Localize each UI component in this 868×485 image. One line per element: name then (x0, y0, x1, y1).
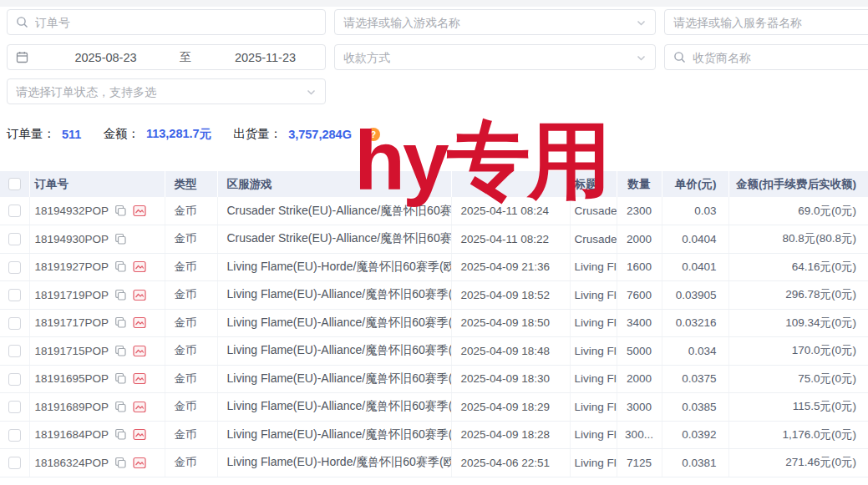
row-checkbox[interactable] (8, 429, 21, 442)
order-time: 2025-04-09 21:36 (451, 253, 570, 281)
payment-method-input[interactable] (343, 51, 647, 64)
date-end-input[interactable] (195, 51, 336, 64)
receiver-merchant-input[interactable] (693, 51, 868, 64)
row-checkbox[interactable] (8, 401, 21, 413)
header-amount: 金额(扣手续费后实收额) (728, 171, 868, 197)
copy-icon[interactable] (114, 316, 127, 329)
amount-value: 113,281.7元 (146, 126, 211, 142)
order-amount: 170.0元(0元) (728, 337, 868, 366)
order-unit-price: 0.0375 (662, 365, 728, 393)
order-type: 金币 (165, 253, 217, 281)
order-number: 18191717POP (35, 316, 109, 329)
orders-count-label: 订单量： (7, 126, 55, 142)
order-game: Living Flame(EU)-Alliance/魔兽怀旧60赛季( (217, 421, 451, 449)
order-number: 18191719POP (35, 289, 109, 301)
copy-icon[interactable] (114, 205, 127, 217)
order-amount: 64.16元(0元) (728, 253, 868, 281)
order-number: 18186324POP (35, 457, 109, 469)
game-name-select[interactable] (334, 9, 656, 35)
order-title: Living Fl (570, 309, 617, 337)
order-time: 2025-04-11 08:22 (451, 225, 570, 254)
row-checkbox[interactable] (8, 373, 21, 386)
header-title: 标题 (570, 171, 617, 197)
server-name-input[interactable] (673, 16, 868, 29)
game-name-input[interactable] (343, 16, 647, 29)
order-number-input[interactable] (35, 16, 317, 29)
copy-icon[interactable] (114, 345, 127, 357)
order-title: Living Fl (570, 421, 617, 449)
header-time (451, 171, 570, 197)
copy-icon[interactable] (114, 401, 127, 413)
table-row: 18191719POP 金币 Living Flame(EU)-Alliance… (0, 281, 868, 310)
amount-label: 金额： (103, 126, 140, 142)
image-icon[interactable] (133, 205, 146, 217)
order-type: 金币 (165, 365, 217, 393)
table-row: 18191684POP 金币 Living Flame(EU)-Alliance… (0, 421, 868, 449)
order-type: 金币 (165, 281, 217, 310)
date-range-picker[interactable]: 至 (7, 44, 326, 70)
image-icon[interactable] (133, 345, 146, 357)
order-unit-price: 0.03 (662, 197, 728, 225)
image-icon[interactable] (133, 401, 146, 413)
order-time: 2025-04-09 18:30 (451, 365, 570, 393)
order-number: 18194932POP (35, 205, 109, 217)
table-header-row: 订单号 类型 区服游戏 标题 数量 单价(元) 金额(扣手续费后实收额) (0, 171, 868, 197)
order-number: 18191684POP (35, 428, 109, 441)
copy-icon[interactable] (114, 457, 127, 469)
order-game: Living Flame(EU)-Alliance/魔兽怀旧60赛季( (217, 393, 451, 422)
order-type: 金币 (165, 393, 217, 422)
order-game: Crusader Strike(EU)-Alliance/魔兽怀旧60赛 (217, 225, 451, 254)
order-type: 金币 (165, 309, 217, 337)
row-checkbox[interactable] (8, 289, 21, 301)
row-checkbox[interactable] (8, 317, 21, 330)
copy-icon[interactable] (114, 233, 127, 245)
copy-icon[interactable] (114, 428, 127, 441)
order-title: Crusade (570, 197, 617, 225)
order-quantity: 2000 (617, 365, 662, 393)
image-icon[interactable] (133, 428, 146, 441)
table-row: 18191695POP 金币 Living Flame(EU)-Alliance… (0, 365, 868, 393)
order-unit-price: 0.03216 (662, 309, 728, 337)
chevron-down-icon (636, 18, 647, 31)
image-icon[interactable] (133, 316, 146, 329)
order-time: 2025-04-09 18:29 (451, 393, 570, 422)
order-status-select[interactable] (7, 78, 326, 104)
date-start-input[interactable] (35, 51, 176, 64)
order-quantity: 7125 (617, 449, 662, 477)
order-game: Living Flame(EU)-Alliance/魔兽怀旧60赛季( (217, 337, 451, 366)
date-separator: 至 (176, 50, 195, 65)
order-game: Living Flame(EU)-Horde/魔兽怀旧60赛季(欧 (217, 449, 451, 477)
select-all-checkbox[interactable] (8, 178, 21, 190)
order-number: 18194930POP (35, 233, 109, 245)
order-title: Living Fl (570, 449, 617, 477)
row-checkbox[interactable] (8, 261, 21, 274)
payment-method-select[interactable] (334, 44, 656, 70)
image-icon[interactable] (133, 289, 146, 301)
order-number: 18191715POP (35, 345, 109, 357)
order-amount: 69.0元(0元) (728, 197, 868, 225)
table-row: 18191715POP 金币 Living Flame(EU)-Alliance… (0, 337, 868, 366)
image-icon[interactable] (133, 260, 146, 273)
shipment-label: 出货量： (233, 126, 282, 142)
receiver-merchant-search[interactable] (664, 44, 868, 70)
server-name-select[interactable] (664, 9, 868, 35)
table-row: 18194930POP 金币 Crusader Strike(EU)-Allia… (0, 225, 868, 254)
help-icon[interactable]: ? (367, 128, 380, 141)
row-checkbox[interactable] (8, 205, 21, 217)
order-status-input[interactable] (16, 85, 317, 99)
row-checkbox[interactable] (8, 233, 21, 245)
order-unit-price: 0.0381 (662, 449, 728, 477)
order-number-search[interactable] (7, 9, 326, 35)
copy-icon[interactable] (114, 372, 127, 385)
order-game: Living Flame(EU)-Horde/魔兽怀旧60赛季(欧 (217, 253, 451, 281)
copy-icon[interactable] (114, 260, 127, 273)
table-row: 18191717POP 金币 Living Flame(EU)-Alliance… (0, 309, 868, 337)
row-checkbox[interactable] (8, 345, 21, 357)
order-type: 金币 (165, 337, 217, 366)
image-icon[interactable] (133, 372, 146, 385)
row-checkbox[interactable] (8, 457, 21, 469)
order-number: 18191689POP (35, 401, 109, 413)
copy-icon[interactable] (114, 289, 127, 301)
order-game: Living Flame(EU)-Alliance/魔兽怀旧60赛季( (217, 281, 451, 310)
image-icon[interactable] (133, 457, 146, 469)
